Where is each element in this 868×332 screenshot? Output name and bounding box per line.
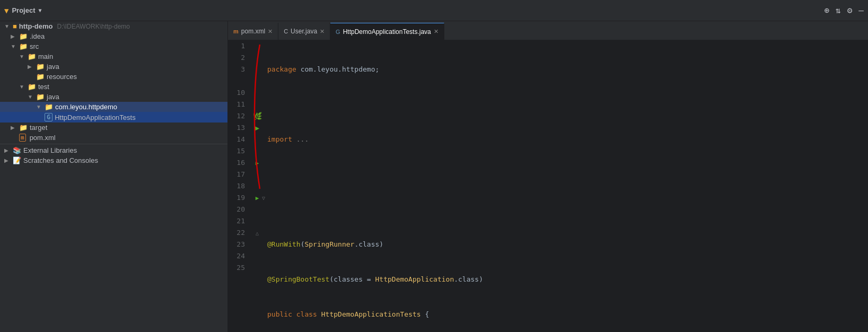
- file-test-icon: G: [45, 113, 52, 121]
- sidebar-label-idea: .idea: [30, 32, 45, 40]
- code-line-2: [267, 99, 868, 110]
- code-line-1: package com.leyou.httpdemo;: [267, 64, 868, 75]
- sidebar-item-test[interactable]: ▼ 📁 test: [0, 82, 227, 92]
- tab-user-label: User.java: [291, 28, 317, 35]
- sidebar-item-httptests[interactable]: G HttpDemoApplicationTests: [0, 112, 227, 123]
- folder-java-test-icon: 📁: [36, 93, 45, 101]
- tab-httptest-icon: G: [336, 29, 340, 35]
- collapse-19[interactable]: ▽: [262, 195, 265, 201]
- breakpoint-curve: [255, 40, 265, 192]
- sidebar-label-pkg: com.leyou.httpdemo: [55, 103, 117, 111]
- dropdown-arrow[interactable]: ▼: [39, 7, 42, 13]
- chevron-test-icon: ▼: [19, 84, 25, 90]
- sidebar-label-java-test: java: [47, 93, 59, 101]
- gutter: 🌿 ▶ ▶ ▶ ▽ △: [249, 40, 265, 332]
- folder-src-icon: 📁: [19, 42, 28, 50]
- code-content: 1 2 3 10 11 12 13 14 15 16 17 18 19 20 2…: [228, 40, 868, 332]
- chevron-target-icon: ▶: [11, 125, 17, 130]
- layout-icon[interactable]: ⇅: [836, 6, 841, 15]
- chevron-pkg-icon: ▼: [36, 104, 42, 110]
- sidebar-label-java-main: java: [47, 63, 59, 71]
- collapse-end-22[interactable]: △: [256, 230, 259, 236]
- chevron-java-test-icon: ▼: [28, 94, 34, 100]
- settings-icon[interactable]: ⚙: [847, 6, 853, 15]
- gutter-run-19: ▶: [256, 195, 259, 202]
- folder-idea-icon: 📁: [19, 32, 28, 40]
- sidebar-divider: [0, 144, 227, 144]
- editor-area[interactable]: m pom.xml ✕ C User.java ✕ G HttpDemoAppl…: [228, 21, 868, 332]
- tab-httptest[interactable]: G HttpDemoApplicationTests.java ✕: [330, 23, 444, 40]
- line-numbers: 1 2 3 10 11 12 13 14 15 16 17 18 19 20 2…: [228, 40, 249, 332]
- sidebar-item-root[interactable]: ▼ ■ http-demo D:\IDEAWORK\http-demo: [0, 21, 227, 31]
- sidebar-item-src[interactable]: ▼ 📁 src: [0, 41, 227, 51]
- sidebar-item-java-main[interactable]: ▶ 📁 java: [0, 62, 227, 72]
- chevron-ext-icon: ▶: [4, 147, 11, 153]
- sidebar-label-httptests: HttpDemoApplicationTests: [55, 113, 135, 121]
- sidebar-label-pom: pom.xml: [30, 134, 56, 142]
- tab-pom-close[interactable]: ✕: [268, 28, 273, 35]
- folder-target-icon: 📁: [19, 124, 28, 132]
- chevron-right-icon: ▶: [11, 33, 17, 39]
- main-area: ▼ ■ http-demo D:\IDEAWORK\http-demo ▶ 📁 …: [0, 21, 868, 332]
- folder-res-icon: 📁: [36, 73, 45, 81]
- sidebar-label-target: target: [30, 124, 47, 132]
- tab-user-close[interactable]: ✕: [320, 28, 325, 35]
- code-line-11: @RunWith(SpringRunner.class): [267, 239, 868, 250]
- tab-user[interactable]: C User.java ✕: [278, 23, 330, 40]
- chevron-down-icon: ▼: [4, 23, 11, 29]
- tab-httptest-close[interactable]: ✕: [434, 28, 439, 35]
- sidebar-label-src: src: [30, 42, 39, 50]
- top-bar: ▼ Project ▼ ⊕ ⇅ ⚙ —: [0, 0, 868, 21]
- tab-httptest-label: HttpDemoApplicationTests.java: [343, 28, 431, 36]
- sidebar-item-scratches[interactable]: ▶ 📝 Scratches and Consoles: [0, 155, 227, 165]
- sidebar-label-ext-libs: External Libraries: [23, 146, 77, 154]
- root-path: D:\IDEAWORK\http-demo: [57, 23, 130, 30]
- project-icon: ▼: [4, 6, 8, 15]
- scratch-icon: 📝: [13, 156, 21, 164]
- chevron-java-main-icon: ▶: [28, 64, 34, 69]
- sidebar-label-main: main: [38, 53, 53, 60]
- folder-pkg-icon: 📁: [45, 103, 53, 111]
- sidebar-item-target[interactable]: ▶ 📁 target: [0, 123, 227, 133]
- chevron-main-icon: ▼: [19, 54, 25, 59]
- chevron-scratch-icon: ▶: [4, 158, 11, 163]
- code-line-13: public class HttpDemoApplicationTests {: [267, 309, 868, 320]
- folder-test-icon: 📁: [28, 83, 36, 91]
- tab-bar: m pom.xml ✕ C User.java ✕ G HttpDemoAppl…: [228, 21, 868, 40]
- code-line-3: import ...: [267, 134, 868, 145]
- sidebar-item-pkg[interactable]: ▼ 📁 com.leyou.httpdemo: [0, 102, 227, 112]
- tab-user-icon: C: [284, 28, 288, 34]
- minimize-icon[interactable]: —: [858, 6, 864, 15]
- sidebar-item-main[interactable]: ▼ 📁 main: [0, 51, 227, 62]
- add-icon[interactable]: ⊕: [824, 6, 829, 15]
- root-label: http-demo: [19, 22, 53, 30]
- sidebar: ▼ ■ http-demo D:\IDEAWORK\http-demo ▶ 📁 …: [0, 21, 228, 332]
- sidebar-item-java-test[interactable]: ▼ 📁 java: [0, 92, 227, 102]
- code-line-blank: [267, 169, 868, 180]
- folder-main-icon: 📁: [28, 53, 36, 60]
- tab-pom-icon: m: [233, 28, 239, 34]
- tab-pom[interactable]: m pom.xml ✕: [228, 23, 278, 40]
- code-lines[interactable]: package com.leyou.httpdemo; import ... @…: [265, 40, 868, 332]
- sidebar-item-pom[interactable]: m pom.xml: [0, 133, 227, 143]
- chevron-src-icon: ▼: [11, 43, 17, 49]
- code-line-12: @SpringBootTest(classes = HttpDemoApplic…: [267, 274, 868, 285]
- file-pom-icon: m: [19, 134, 26, 142]
- sidebar-item-idea[interactable]: ▶ 📁 .idea: [0, 31, 227, 41]
- sidebar-item-resources[interactable]: 📁 resources: [0, 72, 227, 82]
- ext-lib-icon: 📚: [13, 146, 21, 154]
- folder-java-main-icon: 📁: [36, 63, 45, 71]
- sidebar-label-scratches: Scratches and Consoles: [23, 156, 98, 164]
- code-line-10: [267, 204, 868, 215]
- tab-pom-label: pom.xml: [241, 28, 265, 35]
- folder-root-icon: ■: [13, 22, 17, 30]
- project-label[interactable]: Project: [12, 6, 35, 14]
- sidebar-label-test: test: [38, 83, 49, 91]
- sidebar-label-resources: resources: [47, 73, 77, 81]
- sidebar-item-ext-libs[interactable]: ▶ 📚 External Libraries: [0, 145, 227, 155]
